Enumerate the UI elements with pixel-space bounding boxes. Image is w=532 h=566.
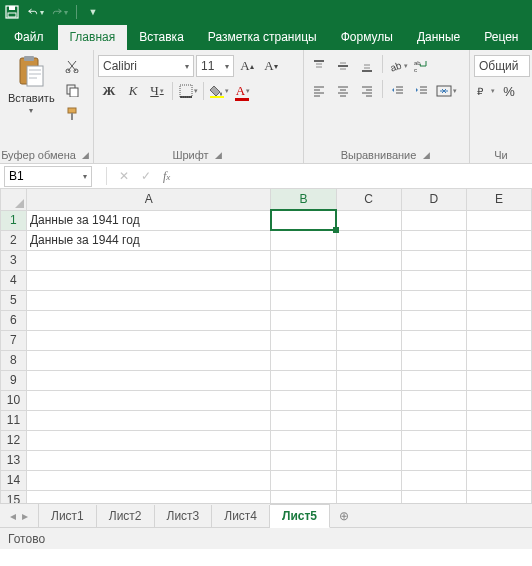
font-launcher-icon[interactable]: ◢ bbox=[213, 149, 225, 161]
row-header[interactable]: 12 bbox=[1, 430, 27, 450]
italic-button[interactable]: К bbox=[122, 80, 144, 102]
cell[interactable] bbox=[401, 350, 466, 370]
alignment-launcher-icon[interactable]: ◢ bbox=[420, 149, 432, 161]
row-header[interactable]: 8 bbox=[1, 350, 27, 370]
wrap-text-icon[interactable]: abc bbox=[411, 55, 433, 77]
underline-button[interactable]: Ч bbox=[146, 80, 168, 102]
border-button[interactable] bbox=[177, 80, 199, 102]
cell[interactable] bbox=[336, 470, 401, 490]
sheet-next-icon[interactable]: ▸ bbox=[22, 509, 28, 523]
cell[interactable] bbox=[271, 490, 336, 503]
increase-indent-icon[interactable] bbox=[411, 80, 433, 102]
cell[interactable] bbox=[336, 310, 401, 330]
fill-color-button[interactable] bbox=[208, 80, 230, 102]
row-header[interactable]: 6 bbox=[1, 310, 27, 330]
cell[interactable] bbox=[401, 210, 466, 230]
cell[interactable] bbox=[26, 310, 271, 330]
tab-home[interactable]: Главная bbox=[58, 25, 128, 50]
cell[interactable] bbox=[466, 430, 531, 450]
cell[interactable] bbox=[336, 330, 401, 350]
tab-file[interactable]: Файл bbox=[0, 25, 58, 50]
column-header[interactable]: E bbox=[466, 189, 531, 210]
cell[interactable] bbox=[401, 310, 466, 330]
cell[interactable] bbox=[336, 410, 401, 430]
sheet-nav[interactable]: ◂ ▸ bbox=[0, 504, 39, 527]
cell[interactable] bbox=[271, 410, 336, 430]
cell[interactable]: Данные за 1944 год bbox=[26, 230, 271, 250]
cell[interactable] bbox=[466, 370, 531, 390]
number-format-combo[interactable]: Общий bbox=[474, 55, 530, 77]
cell[interactable] bbox=[336, 450, 401, 470]
cell[interactable] bbox=[466, 470, 531, 490]
enter-formula-icon[interactable]: ✓ bbox=[135, 169, 157, 183]
sheet-tab[interactable]: Лист1 bbox=[39, 505, 97, 527]
cell[interactable] bbox=[26, 370, 271, 390]
cell[interactable] bbox=[336, 210, 401, 230]
redo-icon[interactable] bbox=[52, 4, 68, 20]
save-icon[interactable] bbox=[4, 4, 20, 20]
cell[interactable] bbox=[466, 390, 531, 410]
cell[interactable] bbox=[466, 230, 531, 250]
cell[interactable] bbox=[401, 270, 466, 290]
column-header[interactable]: C bbox=[336, 189, 401, 210]
cell[interactable] bbox=[271, 390, 336, 410]
sheet-prev-icon[interactable]: ◂ bbox=[10, 509, 16, 523]
cell[interactable] bbox=[26, 350, 271, 370]
column-header[interactable]: A bbox=[26, 189, 271, 210]
cell[interactable] bbox=[401, 230, 466, 250]
sheet-tab[interactable]: Лист2 bbox=[97, 505, 155, 527]
cell[interactable] bbox=[271, 350, 336, 370]
cell[interactable] bbox=[336, 490, 401, 503]
cell[interactable] bbox=[401, 470, 466, 490]
cell[interactable] bbox=[26, 410, 271, 430]
row-header[interactable]: 11 bbox=[1, 410, 27, 430]
cell[interactable] bbox=[401, 450, 466, 470]
font-color-button[interactable]: A bbox=[232, 80, 254, 102]
cell[interactable] bbox=[466, 410, 531, 430]
orientation-icon[interactable]: ab bbox=[387, 55, 409, 77]
sheet-tab[interactable]: Лист4 bbox=[212, 505, 270, 527]
cell[interactable] bbox=[271, 210, 336, 230]
row-header[interactable]: 3 bbox=[1, 250, 27, 270]
insert-function-icon[interactable]: fx bbox=[163, 169, 170, 184]
row-header[interactable]: 15 bbox=[1, 490, 27, 503]
cell[interactable] bbox=[401, 250, 466, 270]
select-all-corner[interactable] bbox=[1, 189, 27, 210]
sheet-tab[interactable]: Лист3 bbox=[155, 505, 213, 527]
accounting-format-icon[interactable]: ₽ bbox=[474, 80, 496, 102]
cell[interactable] bbox=[401, 430, 466, 450]
cell[interactable] bbox=[401, 290, 466, 310]
cell[interactable] bbox=[336, 230, 401, 250]
cell[interactable] bbox=[26, 330, 271, 350]
paste-button[interactable]: Вставить ▾ bbox=[4, 52, 59, 140]
row-header[interactable]: 5 bbox=[1, 290, 27, 310]
cell[interactable] bbox=[466, 490, 531, 503]
cell[interactable] bbox=[26, 430, 271, 450]
cell[interactable] bbox=[271, 430, 336, 450]
cell[interactable] bbox=[466, 290, 531, 310]
cell[interactable] bbox=[26, 250, 271, 270]
spreadsheet-grid[interactable]: ABCDE1Данные за 1941 год2Данные за 1944 … bbox=[0, 189, 532, 503]
bold-button[interactable]: Ж bbox=[98, 80, 120, 102]
decrease-font-icon[interactable]: A▾ bbox=[260, 55, 282, 77]
align-middle-icon[interactable] bbox=[332, 55, 354, 77]
cell[interactable] bbox=[466, 330, 531, 350]
align-bottom-icon[interactable] bbox=[356, 55, 378, 77]
cell[interactable] bbox=[271, 290, 336, 310]
cell[interactable] bbox=[271, 230, 336, 250]
cell[interactable] bbox=[401, 330, 466, 350]
row-header[interactable]: 1 bbox=[1, 210, 27, 230]
customize-qat-icon[interactable]: ▼ bbox=[85, 4, 101, 20]
cell[interactable] bbox=[401, 390, 466, 410]
cell[interactable]: Данные за 1941 год bbox=[26, 210, 271, 230]
cell[interactable] bbox=[336, 290, 401, 310]
align-right-icon[interactable] bbox=[356, 80, 378, 102]
cell[interactable] bbox=[336, 350, 401, 370]
tab-formulas[interactable]: Формулы bbox=[329, 25, 405, 50]
cell[interactable] bbox=[26, 490, 271, 503]
cell[interactable] bbox=[336, 270, 401, 290]
cell[interactable] bbox=[336, 250, 401, 270]
name-box[interactable]: B1 ▾ bbox=[4, 166, 92, 187]
cell[interactable] bbox=[271, 310, 336, 330]
row-header[interactable]: 13 bbox=[1, 450, 27, 470]
